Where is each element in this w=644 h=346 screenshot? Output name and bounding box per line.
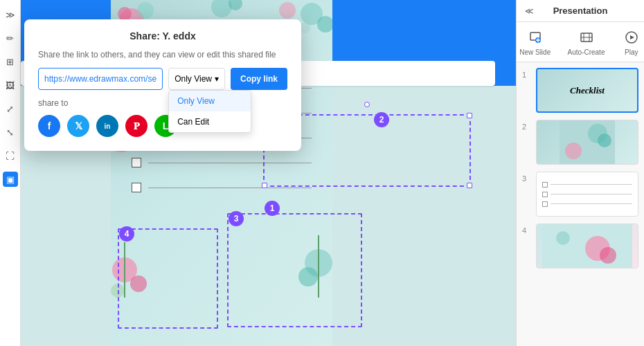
slide-item-1[interactable]: 1 Checklist bbox=[522, 68, 638, 113]
slides-list: 1 Checklist 2 3 bbox=[517, 62, 644, 346]
svg-marker-29 bbox=[630, 35, 634, 39]
panel-actions: New Slide Auto-Create Play bbox=[517, 22, 644, 62]
left-icon-resize2[interactable]: ⤡ bbox=[3, 125, 18, 140]
slide-item-4[interactable]: 4 bbox=[522, 224, 638, 268]
checkbox-4[interactable] bbox=[132, 158, 141, 167]
play-icon bbox=[622, 28, 641, 47]
option-only-view[interactable]: Only View bbox=[169, 91, 251, 111]
svg-point-1 bbox=[118, 7, 132, 21]
share-link-row: Only View ▾ Only View Can Edit Copy link bbox=[38, 68, 287, 90]
svg-point-8 bbox=[277, 0, 298, 21]
badge-4: 4 bbox=[119, 226, 134, 242]
slide-num-3: 3 bbox=[522, 174, 530, 183]
left-icon-presentation[interactable]: ▣ bbox=[3, 172, 18, 187]
svg-point-37 bbox=[556, 231, 570, 245]
item-line-5 bbox=[148, 188, 312, 188]
slide-thumb-3 bbox=[536, 172, 638, 217]
panel-collapse[interactable]: ≪ bbox=[525, 6, 539, 16]
left-icon-pen[interactable]: ✏ bbox=[3, 30, 18, 46]
auto-create-icon bbox=[577, 28, 596, 47]
selection-box-3 bbox=[227, 213, 362, 327]
badge-2: 2 bbox=[374, 112, 389, 127]
dropdown-menu: Only View Can Edit bbox=[168, 90, 251, 133]
dropdown-arrow: ▾ bbox=[215, 74, 219, 84]
slide-num-2: 2 bbox=[522, 122, 530, 131]
slide-thumb-4 bbox=[536, 224, 638, 268]
handle-bl[interactable] bbox=[262, 183, 267, 188]
new-slide-label: New Slide bbox=[519, 48, 551, 56]
play-label: Play bbox=[625, 48, 638, 56]
left-toolbar: ≫ ✏ ⊞ 🖼 ⤢ ⤡ ⛶ ▣ bbox=[0, 0, 21, 346]
new-slide-action[interactable]: New Slide bbox=[519, 28, 551, 56]
share-dialog: Share: Y. eddx Share the link to others,… bbox=[24, 19, 301, 151]
copy-link-button[interactable]: Copy link bbox=[231, 68, 287, 90]
badge-3: 3 bbox=[229, 211, 244, 226]
panel-header: ≪ Presentation bbox=[517, 0, 644, 22]
svg-point-2 bbox=[137, 2, 154, 19]
checkbox-5[interactable] bbox=[132, 183, 141, 192]
handle-tr[interactable] bbox=[467, 113, 472, 118]
share-title: Share: Y. eddx bbox=[38, 30, 287, 42]
left-icon-fullscreen[interactable]: ⛶ bbox=[3, 148, 18, 163]
svg-point-36 bbox=[600, 247, 616, 264]
twitter-share[interactable]: 𝕏 bbox=[67, 115, 89, 137]
facebook-share[interactable]: f bbox=[38, 115, 60, 137]
selection-box-4 bbox=[118, 228, 218, 329]
slide-item-3[interactable]: 3 bbox=[522, 172, 638, 217]
slide-num-1: 1 bbox=[522, 71, 530, 79]
badge-1: 1 bbox=[265, 201, 280, 216]
handle-br[interactable] bbox=[467, 183, 472, 188]
svg-point-33 bbox=[565, 143, 582, 159]
permission-dropdown-wrapper: Only View ▾ Only View Can Edit bbox=[168, 68, 225, 90]
svg-point-32 bbox=[598, 134, 611, 147]
share-link-input[interactable] bbox=[38, 68, 163, 90]
panel-title: Presentation bbox=[539, 6, 622, 16]
linkedin-share[interactable]: in bbox=[96, 115, 118, 137]
left-icon-expand[interactable]: ≫ bbox=[3, 7, 18, 22]
rotation-handle[interactable] bbox=[364, 102, 370, 107]
slide-item-2[interactable]: 2 bbox=[522, 120, 638, 165]
permission-label: Only View bbox=[175, 74, 212, 84]
left-icon-resize[interactable]: ⤢ bbox=[3, 101, 18, 116]
auto-create-action[interactable]: Auto-Create bbox=[568, 28, 605, 56]
slide-num-4: 4 bbox=[522, 226, 530, 235]
pinterest-share[interactable]: 𝐏 bbox=[125, 115, 147, 137]
auto-create-label: Auto-Create bbox=[568, 48, 605, 56]
play-action[interactable]: Play bbox=[622, 28, 641, 56]
new-slide-icon bbox=[526, 28, 545, 47]
right-panel: ≪ Presentation New Slide Auto-Create Pla… bbox=[516, 0, 644, 346]
option-can-edit[interactable]: Can Edit bbox=[169, 111, 251, 132]
slide-thumb-2 bbox=[536, 120, 638, 165]
slide-thumb-1: Checklist bbox=[536, 68, 638, 113]
left-icon-grid[interactable]: ⊞ bbox=[3, 54, 18, 69]
left-icon-image[interactable]: 🖼 bbox=[3, 78, 18, 93]
share-description: Share the link to others, and they can v… bbox=[38, 50, 287, 60]
permission-dropdown[interactable]: Only View ▾ bbox=[168, 68, 225, 90]
